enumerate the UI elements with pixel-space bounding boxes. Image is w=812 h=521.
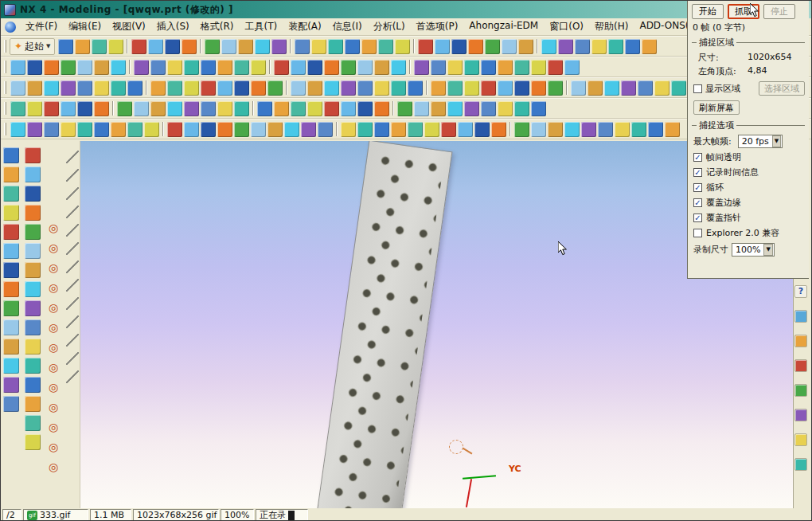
toolbar-icon[interactable]	[75, 39, 90, 54]
toolbar-grip[interactable]	[4, 81, 6, 94]
toolbar-icon[interactable]	[357, 80, 373, 96]
toolbar-icon[interactable]	[44, 80, 59, 96]
toolbar-icon[interactable]	[324, 60, 339, 75]
tool-icon[interactable]: ◎	[45, 260, 61, 275]
toolbar-icon[interactable]	[255, 39, 270, 54]
toolbar-icon[interactable]	[295, 39, 310, 54]
toolbar-grip[interactable]	[4, 40, 6, 53]
menu-item[interactable]: 分析(L)	[368, 18, 411, 35]
toolbar-icon[interactable]	[134, 60, 149, 75]
toolbar-icon[interactable]	[184, 101, 199, 116]
toolbar-icon[interactable]	[94, 101, 109, 116]
bag-icon[interactable]	[794, 458, 807, 471]
toolbar-icon[interactable]	[217, 80, 232, 96]
tool-icon[interactable]	[25, 300, 41, 316]
people-icon[interactable]	[794, 409, 807, 421]
menu-item[interactable]: 视图(V)	[107, 18, 151, 35]
menu-item[interactable]: 编辑(E)	[63, 18, 107, 35]
toolbar-icon[interactable]	[341, 101, 356, 116]
capture-option-row[interactable]: Explorer 2.0 兼容	[693, 227, 805, 239]
toolbar-icon[interactable]	[307, 80, 322, 96]
show-region-checkbox[interactable]	[693, 84, 702, 93]
toolbar-icon[interactable]	[251, 122, 266, 137]
tool-icon[interactable]: ◎	[45, 360, 61, 374]
toolbar-icon[interactable]	[474, 122, 490, 137]
toolbar-icon[interactable]	[234, 80, 249, 96]
toolbar-icon[interactable]	[598, 122, 613, 137]
toolbar-icon[interactable]	[167, 80, 182, 96]
toolbar-icon[interactable]	[267, 122, 283, 137]
toolbar-grip[interactable]	[4, 102, 6, 115]
help-icon[interactable]: ?	[794, 285, 807, 298]
toolbar-icon[interactable]	[150, 60, 166, 75]
toolbar-icon[interactable]	[205, 39, 220, 54]
toolbar-icon[interactable]	[514, 60, 529, 75]
toolbar-grip[interactable]	[4, 61, 6, 73]
checkbox[interactable]	[693, 229, 702, 237]
toolbar-icon[interactable]	[61, 80, 76, 96]
palette-icon[interactable]	[794, 359, 807, 372]
toolbar-icon[interactable]	[111, 60, 126, 75]
toolbar-icon[interactable]	[144, 122, 159, 137]
toolbar-icon[interactable]	[464, 80, 479, 96]
toolbar-icon[interactable]	[324, 80, 339, 96]
toolbar-icon[interactable]	[234, 60, 249, 75]
toolbar-icon[interactable]	[217, 101, 232, 116]
toolbar-icon[interactable]	[201, 80, 216, 96]
menu-item[interactable]: 帮助(H)	[589, 18, 634, 35]
tool-icon[interactable]	[3, 186, 19, 202]
toolbar-icon[interactable]	[642, 39, 657, 54]
checkbox[interactable]: ✓	[693, 153, 702, 162]
tool-icon[interactable]	[25, 262, 41, 278]
toolbar-icon[interactable]	[391, 122, 406, 137]
toolbar-icon[interactable]	[44, 101, 59, 116]
capture-option-row[interactable]: ✓循环	[693, 182, 805, 194]
tool-icon[interactable]	[3, 281, 19, 297]
toolbar-icon[interactable]	[77, 80, 92, 96]
tool-icon[interactable]	[25, 339, 41, 355]
toolbar-icon[interactable]	[111, 122, 126, 137]
tool-icon[interactable]	[66, 279, 79, 292]
toolbar-icon[interactable]	[361, 39, 377, 54]
toolbar-icon[interactable]	[311, 39, 326, 54]
toolbar-icon[interactable]	[131, 39, 146, 54]
tool-icon[interactable]	[66, 352, 79, 365]
toolbar-icon[interactable]	[27, 122, 42, 137]
toolbar-icon[interactable]	[234, 101, 249, 116]
toolbar-icon[interactable]	[357, 122, 373, 137]
tool-icon[interactable]: ◎	[45, 460, 61, 474]
toolbar-icon[interactable]	[217, 122, 232, 137]
checkbox[interactable]: ✓	[693, 168, 702, 177]
dropdown-arrow-icon[interactable]: ▼	[763, 244, 772, 256]
toolbar-icon[interactable]	[395, 39, 410, 54]
toolbar-icon[interactable]	[27, 80, 42, 96]
toolbar-icon[interactable]	[111, 80, 126, 96]
tool-icon[interactable]	[25, 186, 41, 202]
toolbar-icon[interactable]	[431, 101, 446, 116]
tool-icon[interactable]	[25, 281, 41, 297]
toolbar-icon[interactable]	[94, 60, 109, 75]
tool-icon[interactable]	[3, 377, 19, 393]
toolbar-icon[interactable]	[564, 122, 580, 137]
toolbar-icon[interactable]	[221, 39, 236, 54]
toolbar-icon[interactable]	[167, 122, 182, 137]
perforated-plate-model[interactable]	[311, 141, 452, 508]
toolbar-icon[interactable]	[414, 60, 429, 75]
toolbar-icon[interactable]	[615, 122, 630, 137]
toolbar-icon[interactable]	[357, 60, 373, 75]
tool-icon[interactable]	[25, 415, 41, 431]
toolbar-icon[interactable]	[291, 101, 306, 116]
toolbar-icon[interactable]	[588, 80, 603, 96]
capture-option-row[interactable]: ✓帧间透明	[693, 151, 805, 163]
toolbar-icon[interactable]	[514, 122, 529, 137]
toolbar-icon[interactable]	[571, 80, 586, 96]
record-start-button[interactable]: 开始	[692, 4, 724, 19]
toolbar-icon[interactable]	[431, 80, 446, 96]
toolbar-icon[interactable]	[424, 122, 439, 137]
toolbar-icon[interactable]	[397, 101, 412, 116]
toolbar-icon[interactable]	[391, 60, 406, 75]
toolbar-icon[interactable]	[378, 39, 393, 54]
toolbar-icon[interactable]	[591, 39, 607, 54]
toolbar-icon[interactable]	[665, 122, 680, 137]
toolbar-icon[interactable]	[514, 80, 529, 96]
